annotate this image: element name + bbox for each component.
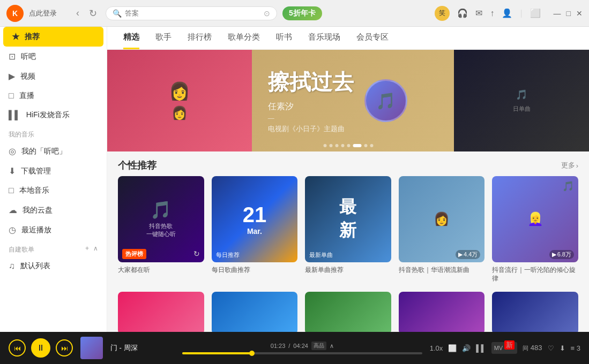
volume-icon[interactable]: 🔊 xyxy=(462,344,471,352)
banner-center: 擦拭过去 任素汐 — 电视剧《小日子》主题曲 🎵 xyxy=(252,50,454,151)
app-logo: K xyxy=(6,5,24,22)
window-controls: — □ ✕ xyxy=(554,9,583,18)
tab-huiyuan[interactable]: 会员专区 xyxy=(356,32,389,49)
progress-bar[interactable] xyxy=(182,352,422,354)
cloud-icon: ☁ xyxy=(9,205,17,215)
live-icon: □ xyxy=(9,91,14,101)
back-button[interactable]: ‹ xyxy=(73,5,83,21)
headphone-icon[interactable]: 🎧 xyxy=(457,8,468,18)
close-button[interactable]: ✕ xyxy=(576,9,583,18)
player-song-title: 门 - 周深 xyxy=(110,343,175,353)
tab-paihangbang[interactable]: 排行榜 xyxy=(188,32,212,49)
top-bar-icons: 笑 🎧 ✉ ↑ 👤 | ⬜ — □ ✕ xyxy=(435,6,583,21)
comments-count[interactable]: 间 483 xyxy=(523,344,542,352)
user-icon[interactable]: 👤 xyxy=(502,8,512,18)
banner-right: 🎵 日单曲 xyxy=(454,50,589,151)
download-player-icon[interactable]: ⬇ xyxy=(560,344,565,352)
dot-2[interactable] xyxy=(329,144,332,147)
dot-7[interactable] xyxy=(364,144,367,147)
banner-right-image: 🎵 日单曲 xyxy=(454,50,589,151)
divider: | xyxy=(520,9,522,18)
equalizer-icon[interactable]: ▌▌ xyxy=(476,344,486,352)
avatar[interactable]: 笑 xyxy=(435,6,450,21)
hot-badge: 热评榜 xyxy=(122,249,146,259)
sidebar-item-recommend[interactable]: ★ 推荐 xyxy=(3,27,103,47)
player-bar: ⏮ ⏸ ⏭ 门 - 周深 01:23 / 04:24 高品 ∧ 1.0x ⬜ 🔊… xyxy=(0,332,589,364)
prev-button[interactable]: ⏮ xyxy=(9,339,26,357)
top-bar: K 点此登录 ‹ ↻ 🔍 ⊙ 5折年卡 笑 🎧 ✉ ↑ 👤 | ⬜ — □ ✕ xyxy=(0,0,589,27)
login-button[interactable]: 点此登录 xyxy=(29,9,57,18)
card-daily-recommend[interactable]: 21 Mar. 每日推荐 每日歌曲推荐 xyxy=(212,176,298,283)
pause-button[interactable]: ⏸ xyxy=(31,338,50,358)
sidebar-item-cloud[interactable]: ☁ 我的云盘 xyxy=(0,200,107,220)
search-clear-icon[interactable]: ⊙ xyxy=(264,9,270,18)
nav-controls: ‹ ↻ xyxy=(73,5,100,21)
sidebar-item-live[interactable]: □ 直播 xyxy=(0,86,107,105)
card-douyin-flow[interactable]: 👱‍♀️ 🎵 ▶6.8万 抖音流行｜一听沦陷的倾心旋律 xyxy=(492,176,578,283)
refresh-button[interactable]: ↻ xyxy=(86,5,100,21)
card-new-singles[interactable]: 最新 最新单曲 最新单曲推荐 xyxy=(305,176,391,283)
promo-badge[interactable]: 5折年卡 xyxy=(282,6,322,20)
card-label-3: 最新单曲推荐 xyxy=(305,266,391,275)
dot-5[interactable] xyxy=(347,144,350,147)
sidebar-item-default-playlist[interactable]: ♫ 默认列表 xyxy=(0,256,107,276)
video-icon: ▶ xyxy=(9,71,15,81)
sidebar-item-hifi[interactable]: ▌▌ HiFi发烧音乐 xyxy=(0,105,107,125)
player-right-controls: 1.0x ⬜ 🔊 ▌▌ MV 新 间 483 ♡ ⬇ ≡ 3 xyxy=(430,342,580,354)
star-icon: ★ xyxy=(12,32,19,42)
mv-badge[interactable]: MV 新 xyxy=(491,342,518,354)
recommendations-section: 个性推荐 更多 › 🎵 抖音热歌一键随心听 ↻ xyxy=(107,151,589,292)
search-input[interactable] xyxy=(125,9,260,17)
tab-tingshu[interactable]: 听书 xyxy=(276,32,292,49)
favorite-icon[interactable]: ♡ xyxy=(548,344,554,352)
nav-tabs: 精选 歌手 排行榜 歌单分类 听书 音乐现场 会员专区 xyxy=(107,27,589,50)
scroll-content[interactable]: 👩 👩 擦拭过去 任素汐 — 电视剧《小日子》主题曲 xyxy=(107,50,589,332)
dot-6[interactable] xyxy=(353,144,361,147)
sidebar-item-local[interactable]: □ 本地音乐 xyxy=(0,181,107,200)
progress-knob[interactable] xyxy=(249,351,255,356)
sidebar-item-video[interactable]: ▶ 视频 xyxy=(0,66,107,86)
add-playlist-button[interactable]: + xyxy=(85,245,89,252)
section-title: 个性推荐 xyxy=(118,159,156,172)
sidebar-item-my-tingba[interactable]: ◎ 我的「听吧」 xyxy=(0,141,107,161)
banner-title: 擦拭过去 xyxy=(268,67,354,97)
sidebar-item-tingba[interactable]: ⊡ 听吧 xyxy=(0,47,107,66)
screen-icon[interactable]: ⬜ xyxy=(448,344,457,352)
more-link[interactable]: 更多 › xyxy=(561,161,578,170)
quality-badge: 高品 xyxy=(311,342,326,350)
dot-1[interactable] xyxy=(323,144,326,147)
next-button[interactable]: ⏭ xyxy=(56,339,73,357)
dot-8[interactable] xyxy=(370,144,373,147)
progress-fill xyxy=(182,352,252,354)
tab-gedanfenlei[interactable]: 歌单分类 xyxy=(228,32,260,49)
play-count-5: ▶6.8万 xyxy=(549,250,574,259)
section-header: 个性推荐 更多 › xyxy=(107,151,589,176)
search-icon: 🔍 xyxy=(113,9,122,18)
total-time: 04:24 xyxy=(293,343,308,349)
maximize-button[interactable]: □ xyxy=(566,9,571,18)
mail-icon[interactable]: ✉ xyxy=(475,8,482,18)
sidebar-item-recent[interactable]: ◷ 最近播放 xyxy=(0,220,107,240)
dot-3[interactable] xyxy=(335,144,338,147)
playlist-section-title: 自建歌单 xyxy=(9,240,34,256)
content-area: 精选 歌手 排行榜 歌单分类 听书 音乐现场 会员专区 👩 👩 xyxy=(107,27,589,332)
tab-yinyuexianchang[interactable]: 音乐现场 xyxy=(308,32,340,49)
card-douyin-popular[interactable]: 👩 ▶4.4万 抖音热歌｜华语潮流新曲 xyxy=(399,176,485,283)
playlist-player-icon[interactable]: ≡ 3 xyxy=(571,344,580,352)
card-everyone-listening[interactable]: 🎵 抖音热歌一键随心听 ↻ 热评榜 大家都在听 xyxy=(118,176,204,283)
new-badge: 新 xyxy=(504,340,515,350)
banner-left-image: 👩 👩 xyxy=(107,50,252,151)
speed-control[interactable]: 1.0x xyxy=(430,344,443,352)
dot-4[interactable] xyxy=(341,144,344,147)
tab-jingxuan[interactable]: 精选 xyxy=(123,32,139,49)
collapse-playlist-button[interactable]: ∧ xyxy=(93,245,98,252)
banner-dots xyxy=(323,144,373,147)
card-label-4: 抖音热歌｜华语潮流新曲 xyxy=(399,266,485,275)
minimize-button[interactable]: — xyxy=(554,9,561,18)
upload-icon[interactable]: ↑ xyxy=(490,9,494,18)
current-time: 01:23 xyxy=(271,343,286,349)
fullscreen-icon[interactable]: ⬜ xyxy=(530,8,541,18)
sidebar-item-download[interactable]: ⬇ 下载管理 xyxy=(0,161,107,181)
tab-geshou[interactable]: 歌手 xyxy=(155,32,172,49)
player-info: 门 - 周深 xyxy=(110,343,175,353)
